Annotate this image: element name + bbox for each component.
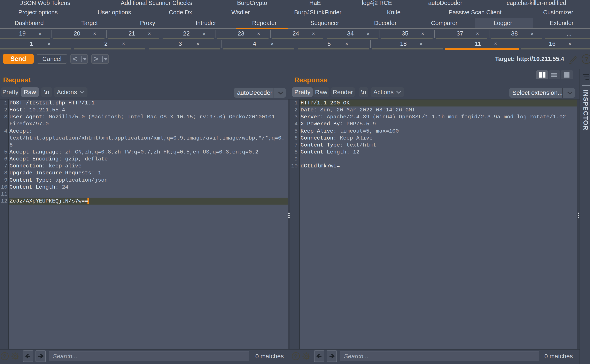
svg-text:?: ? xyxy=(585,56,588,62)
svg-text:?: ? xyxy=(3,353,7,359)
svg-text:?: ? xyxy=(294,353,298,359)
